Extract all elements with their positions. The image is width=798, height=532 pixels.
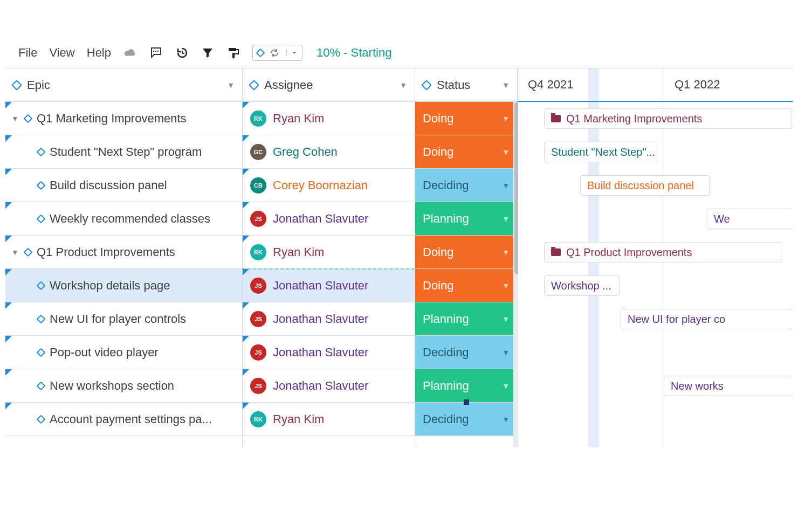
assignee-cell[interactable]: JSJonathan Slavuter <box>243 302 415 336</box>
sync-dropdown[interactable] <box>252 45 302 61</box>
fill-handle[interactable] <box>464 399 469 405</box>
timeline-bar[interactable]: Q1 Marketing Improvements <box>544 108 792 129</box>
comments-icon[interactable] <box>149 46 163 60</box>
timeline-header[interactable]: Q4 2021 Q1 2022 <box>518 68 793 102</box>
progress-status: 10% - Starting <box>317 46 391 60</box>
assignee-cell[interactable]: JSJonathan Slavuter <box>243 369 415 403</box>
epic-title: Workshop details page <box>50 279 170 293</box>
epic-cell[interactable]: Pop-out video player <box>5 336 242 369</box>
assignee-cell[interactable]: RKRyan Kim <box>243 102 415 135</box>
epic-title: Q1 Product Improvements <box>37 245 175 259</box>
status-chip[interactable]: Doing▼ <box>415 135 517 168</box>
status-chip[interactable]: Doing▼ <box>415 236 517 268</box>
avatar: JS <box>250 211 266 227</box>
timeline-bar-label: Build discussion panel <box>587 179 694 192</box>
status-cell[interactable]: Deciding▼ <box>415 403 517 436</box>
diamond-icon <box>37 214 46 223</box>
column-header-epic[interactable]: Epic ▼ <box>5 68 242 102</box>
cloud-sync-icon[interactable] <box>123 46 137 60</box>
refresh-icon <box>269 47 280 58</box>
avatar: CB <box>250 177 266 194</box>
menu-view[interactable]: View <box>49 46 74 60</box>
assignee-name: Ryan Kim <box>273 245 324 259</box>
assignee-cell[interactable]: RKRyan Kim <box>243 403 415 436</box>
assignee-cell[interactable]: RKRyan Kim <box>243 236 415 269</box>
status-label: Deciding <box>423 346 469 360</box>
assignee-cell[interactable]: JSJonathan Slavuter <box>243 336 415 369</box>
status-chip[interactable]: Planning▼ <box>415 202 517 235</box>
status-chip[interactable]: Planning▼ <box>415 369 517 402</box>
timeline-pane: Q4 2021 Q1 2022 Q1 Marketing Improvement… <box>518 68 793 447</box>
epic-cell[interactable]: Workshop details page <box>5 269 242 302</box>
timeline-bar[interactable]: New works <box>664 376 793 396</box>
epic-cell[interactable]: New workshops section <box>5 369 242 403</box>
epic-cell[interactable]: New UI for player controls <box>5 302 242 336</box>
status-cell[interactable]: Planning▼ <box>415 202 517 236</box>
svg-point-1 <box>155 50 156 51</box>
diamond-icon <box>11 80 22 91</box>
diamond-icon <box>421 80 432 91</box>
history-icon[interactable] <box>175 46 189 60</box>
status-cell[interactable]: Deciding▼ <box>415 169 517 202</box>
assignee-cell[interactable]: JSJonathan Slavuter <box>243 269 415 302</box>
assignee-name: Jonathan Slavuter <box>273 346 368 360</box>
column-header-status[interactable]: Status ▼ <box>415 68 517 102</box>
status-cell[interactable]: Planning▼ <box>415 302 517 336</box>
column-header-label: Status <box>437 78 470 92</box>
column-header-assignee[interactable]: Assignee ▼ <box>243 68 415 102</box>
status-chip[interactable]: Planning▼ <box>415 302 517 335</box>
timeline-bar[interactable]: New UI for player co <box>621 309 793 329</box>
diamond-icon <box>37 281 46 290</box>
status-label: Doing <box>423 245 453 259</box>
epic-cell[interactable]: ▼Q1 Marketing Improvements <box>5 102 242 135</box>
chevron-down-icon: ▼ <box>502 382 510 390</box>
status-cell[interactable]: Doing▼ <box>415 269 517 302</box>
status-chip[interactable]: Deciding▼ <box>415 169 517 202</box>
menu-file[interactable]: File <box>18 46 37 60</box>
assignee-cell[interactable]: GCGreg Cohen <box>243 135 415 169</box>
epic-title: Account payment settings pa... <box>50 412 212 426</box>
diamond-icon <box>37 414 46 424</box>
timeline-bar[interactable]: We <box>707 209 793 229</box>
chevron-down-icon: ▼ <box>502 415 510 424</box>
avatar: RK <box>250 411 266 427</box>
timeline-quarter: Q1 2022 <box>675 78 720 92</box>
status-cell[interactable]: Doing▼ <box>415 135 517 169</box>
status-label: Deciding <box>423 178 469 192</box>
chevron-down-icon: ▼ <box>502 81 510 89</box>
status-chip[interactable]: Doing▼ <box>415 269 517 302</box>
format-painter-icon[interactable] <box>226 46 240 60</box>
status-chip[interactable]: Deciding▼ <box>415 336 517 369</box>
status-cell[interactable]: Planning▼ <box>415 369 517 403</box>
diamond-icon <box>256 48 265 57</box>
status-cell[interactable]: Deciding▼ <box>415 336 517 369</box>
status-label: Planning <box>423 379 469 393</box>
timeline-bar-label: Q1 Marketing Improvements <box>566 113 702 125</box>
status-chip[interactable]: Doing▼ <box>415 102 517 135</box>
status-chip[interactable]: Deciding▼ <box>415 403 517 436</box>
avatar: RK <box>250 244 266 260</box>
epic-cell[interactable]: Weekly recommended classes <box>5 202 242 236</box>
diamond-icon <box>37 381 46 390</box>
filter-icon[interactable] <box>201 46 215 60</box>
assignee-cell[interactable]: JSJonathan Slavuter <box>243 202 415 236</box>
timeline-row: We <box>518 202 793 236</box>
timeline-bar[interactable]: Workshop ... <box>544 275 620 296</box>
timeline-quarter: Q4 2021 <box>528 78 573 92</box>
epic-title: New workshops section <box>50 379 174 393</box>
epic-cell[interactable]: Student "Next Step" program <box>5 135 242 169</box>
epic-cell[interactable]: ▼Q1 Product Improvements <box>5 236 242 269</box>
menu-help[interactable]: Help <box>87 46 111 60</box>
status-cell[interactable]: Doing▼ <box>415 236 517 269</box>
chevron-down-icon: ▼ <box>502 114 510 123</box>
timeline-bar[interactable]: Build discussion panel <box>580 175 710 196</box>
epic-cell[interactable]: Account payment settings pa... <box>5 403 242 436</box>
status-label: Doing <box>423 112 453 126</box>
status-cell[interactable]: Doing▼ <box>415 102 517 135</box>
assignee-cell[interactable]: CBCorey Boornazian <box>243 169 415 202</box>
epic-cell[interactable]: Build discussion panel <box>5 169 242 202</box>
timeline-bar[interactable]: Q1 Product Improvements <box>544 242 781 262</box>
timeline-bar[interactable]: Student "Next Step"... <box>544 142 657 162</box>
timeline-row: Student "Next Step"... <box>518 135 793 169</box>
diamond-icon <box>37 147 46 156</box>
